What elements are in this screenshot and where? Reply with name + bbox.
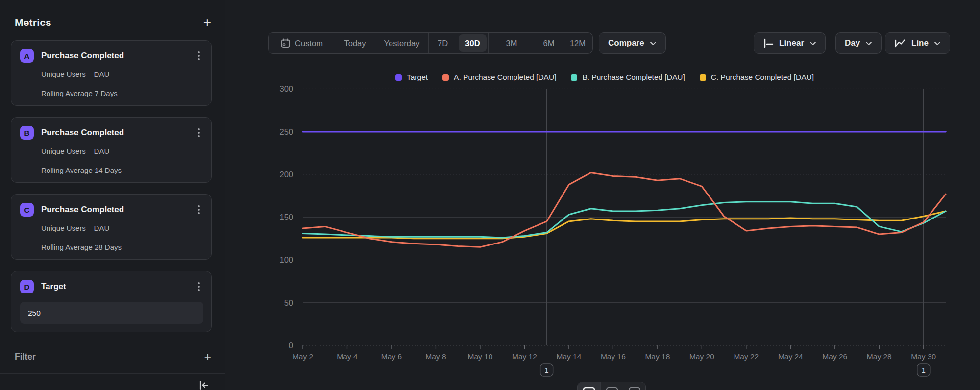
metric-detail-row: Unique Users – DAU <box>41 147 202 155</box>
chart-type-label: Line <box>911 38 929 48</box>
metric-title: Purchase Completed <box>41 51 124 61</box>
scale-label: Linear <box>779 38 804 48</box>
range-option-6m[interactable]: 6M <box>535 33 563 53</box>
plus-icon: + <box>204 350 211 364</box>
add-filter-button[interactable]: + <box>204 350 211 364</box>
compare-label: Compare <box>608 38 644 48</box>
compare-button[interactable]: Compare <box>599 32 666 54</box>
series-line-a[interactable] <box>303 172 946 247</box>
y-axis-label: 250 <box>279 127 293 136</box>
x-axis-label: May 4 <box>337 352 358 361</box>
chevron-down-icon <box>650 41 657 46</box>
metric-options-button[interactable] <box>196 203 202 216</box>
annotation-badge[interactable]: 1 <box>540 364 553 376</box>
split-view-icon <box>628 387 641 390</box>
metric-card-header: DTarget <box>20 279 202 294</box>
target-value-input[interactable] <box>20 302 203 324</box>
x-axis-label: May 28 <box>867 352 892 361</box>
chart-type-selector-button[interactable]: Line <box>885 32 950 54</box>
filter-label: Filter <box>15 352 36 362</box>
sidebar: Metrics + APurchase CompletedUnique User… <box>0 0 225 390</box>
y-axis-label: 0 <box>289 341 293 350</box>
metric-detail-row: Unique Users – DAU <box>41 70 202 78</box>
metric-card-c[interactable]: CPurchase CompletedUnique Users – DAURol… <box>11 194 212 260</box>
metric-badge: C <box>20 203 34 217</box>
linear-scale-icon <box>763 38 774 48</box>
plus-icon: + <box>203 15 211 30</box>
range-option-label: Today <box>344 39 366 48</box>
add-metric-button[interactable]: + <box>203 16 211 29</box>
x-axis-label: May 18 <box>645 352 670 361</box>
chevron-down-icon <box>809 41 816 46</box>
range-option-label: 6M <box>543 39 555 48</box>
metrics-dashboard: Metrics + APurchase CompletedUnique User… <box>0 0 980 390</box>
split-view-button[interactable] <box>623 382 645 390</box>
metrics-title: Metrics <box>15 17 51 28</box>
metric-detail-row: Rolling Average 28 Days <box>41 243 202 251</box>
collapse-sidebar-button[interactable] <box>195 377 212 390</box>
kebab-menu-icon <box>197 281 200 292</box>
range-option-label: Yesterday <box>384 39 420 48</box>
y-axis-label: 150 <box>279 213 293 221</box>
metric-card-header: BPurchase Completed <box>20 125 202 140</box>
calendar-icon <box>280 38 291 49</box>
metric-options-button[interactable] <box>196 49 202 62</box>
kebab-menu-icon <box>197 50 200 61</box>
table-view-button[interactable] <box>600 382 623 390</box>
x-axis-label: May 12 <box>512 352 537 361</box>
line-chart-icon <box>894 38 906 48</box>
x-axis-label: May 14 <box>556 352 581 361</box>
collapse-arrow-icon <box>197 379 210 390</box>
range-option-label: 7D <box>438 39 448 48</box>
y-axis-label: 50 <box>284 298 293 307</box>
sidebar-divider <box>0 373 225 374</box>
metric-card-header: CPurchase Completed <box>20 202 202 217</box>
y-axis-label: 200 <box>279 170 293 179</box>
range-option-today[interactable]: Today <box>335 33 375 53</box>
metric-card-b[interactable]: BPurchase CompletedUnique Users – DAURol… <box>11 117 212 183</box>
metric-detail-row: Unique Users – DAU <box>41 224 202 232</box>
kebab-menu-icon <box>197 127 200 138</box>
metric-card-d[interactable]: DTarget <box>11 271 212 332</box>
chart-view-button[interactable] <box>578 382 600 390</box>
x-axis-label: May 26 <box>822 352 847 361</box>
table-view-icon <box>606 387 618 390</box>
range-option-yesterday[interactable]: Yesterday <box>375 33 428 53</box>
x-axis-label: May 8 <box>425 352 446 361</box>
metric-detail-row: Rolling Average 14 Days <box>41 166 202 174</box>
chevron-down-icon <box>934 41 941 46</box>
metric-card-list: APurchase CompletedUnique Users – DAURol… <box>11 40 212 343</box>
metric-options-button[interactable] <box>196 280 202 293</box>
x-axis-label: May 20 <box>689 352 714 361</box>
metric-badge: D <box>20 280 34 293</box>
metric-detail-row: Rolling Average 7 Days <box>41 89 202 98</box>
metric-title: Purchase Completed <box>41 205 124 215</box>
chevron-down-icon <box>865 41 872 46</box>
annotation-badge[interactable]: 1 <box>917 364 930 376</box>
x-axis-label: May 6 <box>381 352 402 361</box>
x-axis-label: May 22 <box>734 352 759 361</box>
series-line-c[interactable] <box>303 211 946 239</box>
metric-card-a[interactable]: APurchase CompletedUnique Users – DAURol… <box>11 40 212 106</box>
metric-options-button[interactable] <box>196 126 202 139</box>
range-option-custom[interactable]: Custom <box>269 33 335 53</box>
svg-text:1: 1 <box>922 366 926 374</box>
line-chart: 050100150200250300May 2May 4May 6May 8Ma… <box>225 64 980 390</box>
scale-selector-button[interactable]: Linear <box>754 32 826 54</box>
x-axis-label: May 10 <box>468 352 493 361</box>
interval-selector-button[interactable]: Day <box>835 32 882 54</box>
interval-label: Day <box>845 38 860 48</box>
svg-text:1: 1 <box>545 366 549 374</box>
range-option-30d[interactable]: 30D <box>457 33 488 53</box>
range-option-12m[interactable]: 12M <box>563 33 592 53</box>
range-option-label: Custom <box>295 39 323 48</box>
metric-card-header: APurchase Completed <box>20 49 202 63</box>
kebab-menu-icon <box>197 204 200 215</box>
metric-title: Target <box>41 282 66 292</box>
range-option-7d[interactable]: 7D <box>428 33 457 53</box>
metric-badge: B <box>20 126 34 140</box>
y-axis-label: 100 <box>279 255 293 264</box>
x-axis-label: May 24 <box>778 352 803 361</box>
range-option-3m[interactable]: 3M <box>488 33 535 53</box>
x-axis-label: May 16 <box>601 352 626 361</box>
